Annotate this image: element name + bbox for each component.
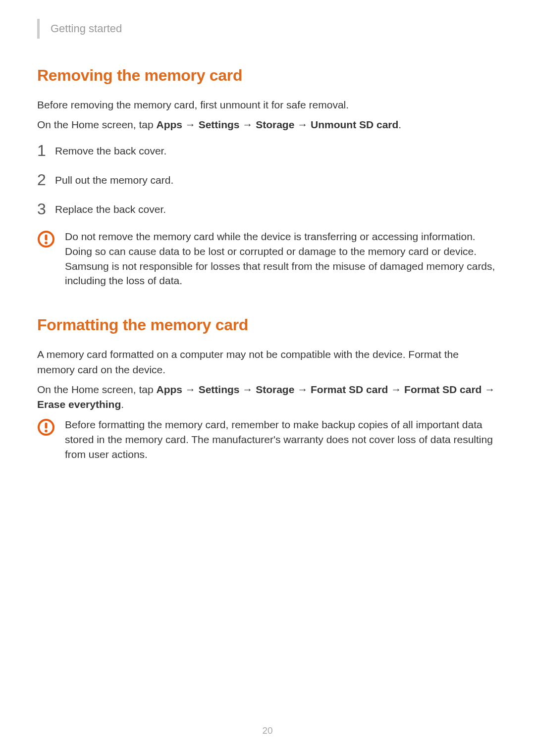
nav-step-storage: Storage — [256, 384, 294, 395]
arrow-icon: → — [388, 384, 404, 395]
page-number: 20 — [0, 725, 535, 736]
heading-removing-memory-card: Removing the memory card — [37, 66, 498, 85]
arrow-icon: → — [239, 119, 256, 130]
arrow-icon: → — [294, 384, 311, 395]
list-item: 3 Replace the back cover. — [37, 200, 498, 218]
nav-step-unmount: Unmount SD card — [311, 119, 398, 130]
arrow-icon: → — [294, 119, 311, 130]
warning-callout: Before formatting the memory card, remem… — [37, 417, 498, 461]
svg-rect-1 — [45, 234, 48, 240]
intro-paragraph-1: Before removing the memory card, first u… — [37, 98, 498, 112]
nav-step-storage: Storage — [256, 119, 294, 130]
warning-text: Before formatting the memory card, remem… — [65, 417, 498, 461]
nav-step-apps: Apps — [156, 384, 182, 395]
arrow-icon: → — [482, 384, 495, 395]
step-number: 2 — [37, 171, 55, 189]
warning-icon — [37, 417, 65, 461]
warning-text: Do not remove the memory card while the … — [65, 229, 498, 288]
heading-formatting-memory-card: Formatting the memory card — [37, 316, 498, 334]
step-number: 1 — [37, 142, 55, 160]
nav-step-apps: Apps — [156, 119, 182, 130]
nav-step-erase: Erase everything — [37, 399, 121, 410]
nav-step-format-2: Format SD card — [404, 384, 482, 395]
step-text: Remove the back cover. — [55, 144, 166, 157]
list-item: 1 Remove the back cover. — [37, 142, 498, 160]
nav-prefix: On the Home screen, tap — [37, 119, 156, 130]
header-accent-mark — [37, 19, 40, 39]
svg-point-2 — [45, 242, 48, 245]
step-number: 3 — [37, 200, 55, 218]
period: . — [398, 119, 401, 130]
intro-paragraph-2: A memory card formatted on a computer ma… — [37, 347, 498, 377]
warning-icon — [37, 229, 65, 288]
page-header: Getting started — [37, 19, 498, 39]
period: . — [121, 399, 124, 410]
nav-step-settings: Settings — [199, 384, 240, 395]
nav-step-format-1: Format SD card — [311, 384, 388, 395]
arrow-icon: → — [182, 384, 199, 395]
svg-rect-4 — [45, 422, 48, 428]
step-text: Replace the back cover. — [55, 202, 166, 216]
list-item: 2 Pull out the memory card. — [37, 171, 498, 189]
nav-path-paragraph-2: On the Home screen, tap Apps → Settings … — [37, 382, 498, 412]
svg-point-5 — [45, 430, 48, 433]
steps-list: 1 Remove the back cover. 2 Pull out the … — [37, 142, 498, 218]
nav-path-paragraph-1: On the Home screen, tap Apps → Settings … — [37, 117, 498, 132]
breadcrumb: Getting started — [51, 22, 122, 35]
page-content: Getting started Removing the memory card… — [0, 0, 535, 461]
step-text: Pull out the memory card. — [55, 173, 173, 187]
section-formatting: Formatting the memory card A memory card… — [37, 316, 498, 461]
nav-step-settings: Settings — [199, 119, 240, 130]
nav-prefix: On the Home screen, tap — [37, 384, 156, 395]
arrow-icon: → — [239, 384, 256, 395]
warning-callout: Do not remove the memory card while the … — [37, 229, 498, 288]
arrow-icon: → — [182, 119, 199, 130]
